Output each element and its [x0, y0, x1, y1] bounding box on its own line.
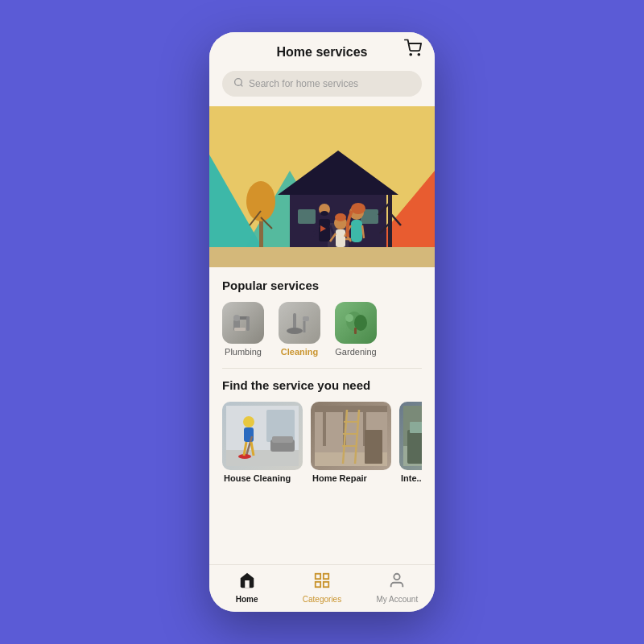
- service-cleaning[interactable]: Cleaning: [279, 302, 320, 357]
- header: Home services: [209, 32, 435, 68]
- svg-line-3: [241, 85, 242, 86]
- phone-frame: Home services Search for home services: [209, 32, 435, 612]
- gardening-label: Gardening: [335, 347, 376, 357]
- page-title: Home services: [277, 45, 368, 60]
- interior-label: Inte...: [399, 473, 422, 483]
- search-placeholder: Search for home services: [249, 78, 358, 89]
- find-services-title: Find the service you need: [222, 378, 422, 392]
- home-nav-label: Home: [236, 595, 258, 604]
- hero-illustration: [209, 106, 435, 267]
- bottom-nav: Home Categories My Account: [209, 564, 435, 612]
- svg-point-43: [233, 315, 240, 321]
- house-cleaning-label: House Cleaning: [222, 473, 291, 483]
- search-bar[interactable]: Search for home services: [222, 71, 422, 97]
- svg-rect-75: [365, 430, 382, 464]
- svg-point-46: [287, 328, 303, 334]
- gardening-icon-box: [335, 302, 377, 344]
- svg-point-85: [394, 574, 400, 580]
- plumbing-label: Plumbing: [225, 347, 262, 357]
- svg-rect-45: [293, 313, 296, 329]
- interior-image: [399, 402, 422, 470]
- svg-point-1: [418, 54, 419, 56]
- svg-point-15: [246, 181, 275, 221]
- home-repair-label: Home Repair: [311, 473, 367, 483]
- svg-point-33: [335, 213, 346, 221]
- svg-rect-79: [410, 422, 422, 433]
- svg-rect-44: [234, 328, 246, 331]
- svg-rect-83: [316, 582, 320, 587]
- cart-icon[interactable]: [404, 39, 422, 61]
- popular-services-section: Popular services Plumbing: [209, 267, 435, 357]
- svg-rect-66: [323, 406, 326, 446]
- svg-rect-47: [303, 316, 309, 321]
- svg-rect-59: [244, 427, 254, 442]
- svg-rect-57: [272, 436, 293, 443]
- categories-nav-label: Categories: [303, 595, 341, 604]
- svg-rect-82: [324, 574, 328, 579]
- svg-rect-54: [226, 450, 299, 466]
- categories-nav-icon: [313, 572, 331, 593]
- svg-rect-30: [336, 229, 345, 247]
- svg-rect-11: [298, 209, 316, 224]
- service-plumbing[interactable]: Plumbing: [222, 302, 264, 357]
- svg-rect-84: [324, 582, 328, 587]
- svg-rect-81: [316, 574, 320, 579]
- svg-point-58: [243, 416, 254, 427]
- find-services-section: Find the service you need: [209, 369, 435, 488]
- search-icon: [233, 77, 244, 90]
- nav-home[interactable]: Home: [209, 572, 284, 604]
- cleaning-icon-box: [279, 302, 320, 344]
- svg-rect-13: [209, 247, 435, 267]
- house-cleaning-image: [222, 402, 303, 470]
- nav-account[interactable]: My Account: [360, 572, 435, 604]
- home-repair-image: [311, 402, 391, 470]
- plumbing-icon-box: [222, 302, 264, 344]
- svg-rect-35: [351, 220, 362, 242]
- svg-rect-42: [246, 316, 250, 331]
- cards-row: House Cleaning: [222, 402, 422, 488]
- account-nav-label: My Account: [376, 595, 418, 604]
- card-interior[interactable]: Inte...: [399, 402, 422, 485]
- svg-point-0: [410, 54, 411, 56]
- service-gardening[interactable]: Gardening: [335, 302, 377, 357]
- card-home-repair[interactable]: Home Repair: [311, 402, 391, 485]
- svg-point-2: [235, 79, 242, 86]
- home-nav-icon: [238, 572, 256, 593]
- cleaning-label: Cleaning: [281, 347, 318, 357]
- svg-point-38: [351, 203, 365, 214]
- nav-categories[interactable]: Categories: [284, 572, 359, 604]
- popular-services-title: Popular services: [222, 279, 422, 292]
- services-row: Plumbing Cleaning: [222, 302, 422, 357]
- svg-point-28: [320, 211, 328, 216]
- svg-point-52: [345, 314, 353, 322]
- svg-rect-51: [354, 328, 357, 334]
- card-house-cleaning[interactable]: House Cleaning: [222, 402, 303, 485]
- account-nav-icon: [388, 572, 406, 593]
- svg-rect-78: [407, 430, 422, 464]
